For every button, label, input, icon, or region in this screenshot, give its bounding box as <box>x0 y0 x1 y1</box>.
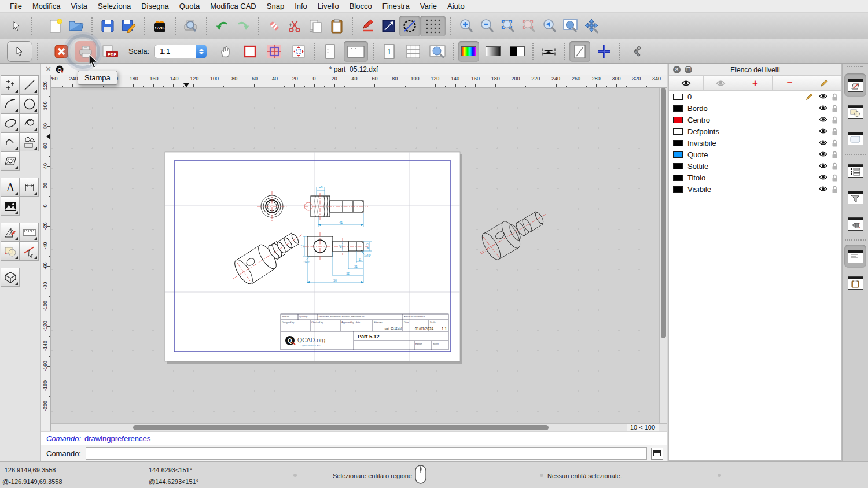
menu-modifica[interactable]: Modifica <box>27 2 65 10</box>
settings-button[interactable] <box>625 41 646 62</box>
layer-visibility-eye-icon[interactable] <box>819 162 827 171</box>
crosshair-button[interactable] <box>594 41 615 62</box>
preview-select-button[interactable] <box>7 41 32 62</box>
arc-tool[interactable] <box>1 94 20 113</box>
menu-seleziona[interactable]: Seleziona <box>93 2 136 10</box>
modify-tool[interactable] <box>1 223 20 242</box>
menu-quota[interactable]: Quota <box>174 2 205 10</box>
layer-visibility-eye-icon[interactable] <box>819 150 827 159</box>
page-borders-button[interactable] <box>240 41 260 62</box>
eraser-button[interactable] <box>264 16 285 36</box>
layer-row-titolo[interactable]: Titolo <box>669 172 841 183</box>
layer-lock-icon[interactable] <box>832 105 838 114</box>
portrait-button[interactable] <box>319 41 340 62</box>
menu-varie[interactable]: Varie <box>415 2 442 10</box>
paste-button[interactable] <box>326 16 347 36</box>
paper-preview-button[interactable] <box>569 41 590 62</box>
view-3d-tool[interactable] <box>1 268 20 287</box>
scale-stepper[interactable] <box>196 45 207 58</box>
layer-row-0[interactable]: 0 <box>669 91 841 102</box>
menu-disegna[interactable]: Disegna <box>136 2 174 10</box>
hatch-tool[interactable] <box>1 151 20 171</box>
zoom-to-page-button[interactable] <box>427 41 448 62</box>
menu-vista[interactable]: Vista <box>65 2 93 10</box>
scale-select[interactable]: 1:1 <box>154 45 207 58</box>
menu-livello[interactable]: Livello <box>312 2 344 10</box>
layer-visibility-eye-icon[interactable] <box>819 185 827 194</box>
panel-close-icon[interactable]: ✕ <box>673 66 681 73</box>
black-white-button[interactable] <box>507 41 528 62</box>
layer-row-quote[interactable]: Quote <box>669 149 841 160</box>
zoom-window-button[interactable] <box>560 16 581 36</box>
remove-layer-button[interactable]: − <box>773 76 807 90</box>
command-input[interactable] <box>86 447 647 460</box>
show-all-layers-button[interactable] <box>669 76 704 90</box>
layer-lock-icon[interactable] <box>832 151 838 160</box>
layer-row-bordo[interactable]: Bordo <box>669 102 841 114</box>
copy-button[interactable] <box>306 16 326 36</box>
layer-visibility-eye-icon[interactable] <box>819 116 827 124</box>
layer-visibility-eye-icon[interactable] <box>819 104 827 113</box>
layer-visibility-eye-icon[interactable] <box>819 127 827 136</box>
clipboard-dock-button[interactable] <box>844 271 866 294</box>
zoom-selection-button[interactable] <box>518 16 539 36</box>
restrict-off-button[interactable] <box>399 16 420 36</box>
horizontal-scrollbar[interactable]: 10 < 100 <box>51 423 667 431</box>
block-list-dock-button[interactable] <box>844 100 866 123</box>
shape-tool[interactable] <box>20 132 39 151</box>
layer-row-centro[interactable]: Centro <box>669 114 841 125</box>
select-entity-tool[interactable] <box>20 242 39 261</box>
line-tool[interactable] <box>20 75 39 94</box>
layer-visibility-eye-icon[interactable] <box>819 93 827 101</box>
property-editor-dock-button[interactable] <box>844 159 866 182</box>
landscape-button[interactable] <box>344 41 368 62</box>
dock-handle[interactable] <box>847 66 863 71</box>
zoom-previous-button[interactable] <box>539 16 560 36</box>
pan-button[interactable] <box>581 16 602 36</box>
grid-toggle-button[interactable] <box>420 16 446 36</box>
image-tool[interactable] <box>1 197 20 216</box>
menu-snap[interactable]: Snap <box>262 2 289 10</box>
vertical-scrollbar-thumb[interactable] <box>661 88 666 338</box>
layer-visibility-eye-icon[interactable] <box>819 173 827 182</box>
layer-row-invisibile[interactable]: Invisibile <box>669 137 841 149</box>
save-button[interactable] <box>97 16 118 36</box>
close-preview-button[interactable] <box>51 41 72 62</box>
select-tool-button[interactable] <box>6 16 27 36</box>
add-layer-button[interactable]: + <box>738 76 773 90</box>
ellipse-tool[interactable] <box>1 113 20 132</box>
zoom-out-button[interactable] <box>477 16 498 36</box>
draw-edit-button[interactable] <box>358 16 378 36</box>
layer-lock-icon[interactable] <box>832 186 838 195</box>
zoom-in-button[interactable] <box>456 16 477 36</box>
single-page-button[interactable]: 1 <box>378 41 399 62</box>
layer-lock-icon[interactable] <box>832 162 838 172</box>
drawing-canvas[interactable]: ø8 41 <box>51 88 667 431</box>
edit-layer-button[interactable] <box>807 76 841 90</box>
command-window-button[interactable] <box>651 448 663 460</box>
layer-lock-icon[interactable] <box>832 128 838 137</box>
redo-button[interactable] <box>233 16 253 36</box>
zoom-auto-button[interactable] <box>498 16 518 36</box>
layer-row-defpoints[interactable]: Defpoints <box>669 125 841 137</box>
layer-lock-icon[interactable] <box>832 174 838 183</box>
menu-modifica-cad[interactable]: Modifica CAD <box>205 2 261 10</box>
panel-float-icon[interactable]: ❐ <box>685 66 692 73</box>
layer-visibility-eye-icon[interactable] <box>819 139 827 147</box>
library-browser-dock-button[interactable] <box>844 127 866 150</box>
menu-info[interactable]: Info <box>289 2 312 10</box>
measure-tool[interactable] <box>20 223 39 242</box>
block-tool[interactable] <box>1 242 20 261</box>
save-as-button[interactable] <box>118 16 139 36</box>
view-options-dock-button[interactable] <box>844 212 866 235</box>
point-tool[interactable] <box>1 75 20 94</box>
svg-export-button[interactable]: SVG <box>149 16 170 36</box>
lineweight-button[interactable] <box>538 41 559 62</box>
multi-page-button[interactable] <box>403 41 424 62</box>
undo-button[interactable] <box>212 16 233 36</box>
print-preview-button[interactable] <box>181 16 201 36</box>
polyline-tool[interactable] <box>1 132 20 151</box>
command-line-dock-button[interactable] <box>844 245 866 268</box>
pdf-export-button[interactable]: PDF <box>100 41 120 62</box>
ortho-mode-button[interactable] <box>378 16 399 36</box>
